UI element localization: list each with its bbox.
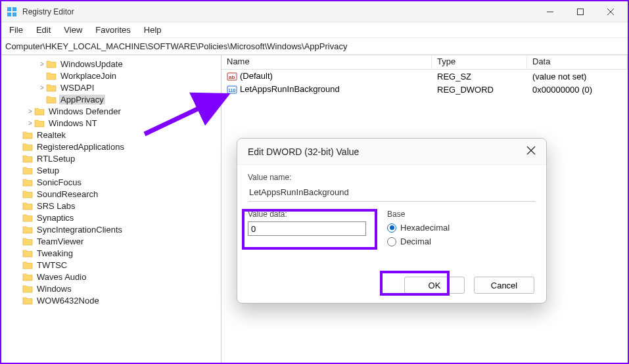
folder-icon — [22, 248, 33, 258]
tree-item[interactable]: SRS Labs — [3, 200, 220, 212]
value-data: (value not set) — [527, 72, 628, 81]
column-name[interactable]: Name — [221, 55, 432, 69]
value-name: (Default) — [240, 71, 273, 81]
svg-rect-2 — [7, 12, 11, 16]
cancel-button[interactable]: Cancel — [474, 277, 534, 294]
tree-item[interactable]: SyncIntegrationClients — [3, 223, 220, 235]
close-button[interactable] — [601, 3, 620, 21]
column-data[interactable]: Data — [527, 55, 628, 69]
tree-item[interactable]: >WSDAPI — [3, 81, 220, 93]
dialog-buttons: OK Cancel — [404, 277, 534, 294]
folder-icon — [22, 296, 33, 305]
tree-item-label: Windows NT — [47, 118, 99, 128]
folder-icon — [46, 83, 57, 92]
folder-icon — [22, 225, 33, 234]
ok-button[interactable]: OK — [404, 277, 465, 294]
value-type: REG_SZ — [432, 72, 527, 81]
dialog-title: Edit DWORD (32-bit) Value — [248, 147, 359, 157]
menu-file[interactable]: File — [4, 24, 28, 36]
tree-item-label: RegisteredApplications — [35, 142, 126, 152]
tree-item[interactable]: RegisteredApplications — [3, 141, 220, 152]
tree-item[interactable]: AppPrivacy — [3, 93, 220, 105]
list-row[interactable]: 110LetAppsRunInBackgroundREG_DWORD0x0000… — [221, 83, 628, 96]
menu-help[interactable]: Help — [139, 24, 167, 36]
tree-item[interactable]: Waves Audio — [3, 271, 220, 283]
tree-item-label: Setup — [35, 166, 60, 175]
value-data: 0x00000000 (0) — [527, 85, 628, 95]
tree-pane[interactable]: >WindowsUpdateWorkplaceJoin>WSDAPIAppPri… — [1, 55, 221, 363]
menu-favorites[interactable]: Favorites — [90, 24, 135, 36]
folder-icon — [22, 237, 33, 246]
radio-icon — [387, 237, 396, 246]
folder-icon — [22, 260, 33, 269]
tree-item-label: Windows — [35, 284, 73, 294]
tree-item[interactable]: SonicFocus — [3, 176, 220, 188]
tree-item[interactable]: >Windows NT — [3, 117, 220, 129]
tree-item[interactable]: TeamViewer — [3, 235, 220, 247]
expand-icon[interactable]: > — [38, 60, 46, 68]
folder-icon — [22, 189, 33, 198]
folder-icon — [22, 201, 33, 210]
menu-edit[interactable]: Edit — [31, 24, 56, 36]
tree-item-label: Realtek — [35, 130, 67, 140]
regedit-icon — [7, 7, 17, 17]
tree-item[interactable]: Tweaking — [3, 247, 220, 259]
tree-item[interactable]: WorkplaceJoin — [3, 70, 220, 81]
folder-icon — [22, 177, 33, 187]
radio-decimal[interactable]: Decimal — [387, 237, 536, 246]
svg-rect-0 — [7, 7, 11, 11]
expand-icon[interactable]: > — [26, 108, 34, 115]
minimize-button[interactable] — [541, 3, 559, 21]
tree-item[interactable]: Setup — [3, 164, 220, 176]
tree-item[interactable]: WOW6432Node — [3, 294, 220, 306]
folder-icon — [46, 95, 57, 104]
tree-item-label: WOW6432Node — [35, 296, 101, 306]
maximize-button[interactable] — [571, 3, 590, 21]
svg-rect-3 — [12, 12, 16, 16]
radio-hex-label: Hexadecimal — [400, 223, 450, 233]
svg-rect-5 — [578, 9, 584, 14]
tree-item-label: AppPrivacy — [59, 95, 105, 104]
tree-item-label: SoundResearch — [35, 189, 99, 199]
value-data-input[interactable] — [248, 221, 366, 236]
tree-item[interactable]: TWTSC — [3, 259, 220, 271]
folder-icon — [46, 71, 57, 80]
tree-item-label: Tweaking — [35, 248, 74, 258]
column-type[interactable]: Type — [432, 55, 527, 69]
expand-icon[interactable]: > — [26, 120, 34, 127]
tree-item-label: TeamViewer — [35, 237, 85, 246]
value-name-field: LetAppsRunInBackground — [248, 185, 536, 202]
radio-hexadecimal[interactable]: Hexadecimal — [387, 223, 536, 233]
address-bar[interactable]: Computer\HKEY_LOCAL_MACHINE\SOFTWARE\Pol… — [1, 38, 628, 55]
tree-item-label: WindowsUpdate — [59, 59, 124, 69]
titlebar: Registry Editor — [1, 1, 628, 22]
tree-item[interactable]: Synaptics — [3, 212, 220, 223]
tree-item[interactable]: Windows — [3, 283, 220, 294]
list-row[interactable]: ab(Default)REG_SZ(value not set) — [221, 70, 628, 83]
tree-item[interactable]: Realtek — [3, 129, 220, 141]
tree-item[interactable]: >WindowsUpdate — [3, 58, 220, 70]
dialog-close-button[interactable] — [526, 146, 536, 158]
tree-item-label: SonicFocus — [35, 177, 83, 187]
value-type: REG_DWORD — [432, 85, 527, 95]
value-name-label: Value name: — [248, 173, 536, 182]
tree-item-label: TWTSC — [35, 260, 68, 270]
svg-rect-1 — [12, 7, 16, 11]
expand-icon[interactable]: > — [38, 84, 46, 91]
dword-value-icon: 110 — [227, 84, 237, 95]
tree-item[interactable]: SoundResearch — [3, 188, 220, 200]
window-controls — [541, 3, 620, 21]
value-data-label: Value data: — [248, 210, 375, 219]
folder-icon — [22, 130, 33, 139]
tree-item[interactable]: RTLSetup — [3, 152, 220, 164]
menu-view[interactable]: View — [58, 24, 87, 36]
folder-icon — [22, 284, 33, 293]
svg-text:110: 110 — [228, 88, 235, 93]
folder-icon — [22, 272, 33, 281]
tree-item[interactable]: >Windows Defender — [3, 105, 220, 117]
folder-icon — [22, 142, 33, 151]
value-name: LetAppsRunInBackground — [240, 84, 340, 94]
list-body[interactable]: ab(Default)REG_SZ(value not set)110LetAp… — [221, 70, 628, 96]
dialog-body: Value name: LetAppsRunInBackground Value… — [237, 165, 546, 250]
string-value-icon: ab — [227, 71, 237, 81]
